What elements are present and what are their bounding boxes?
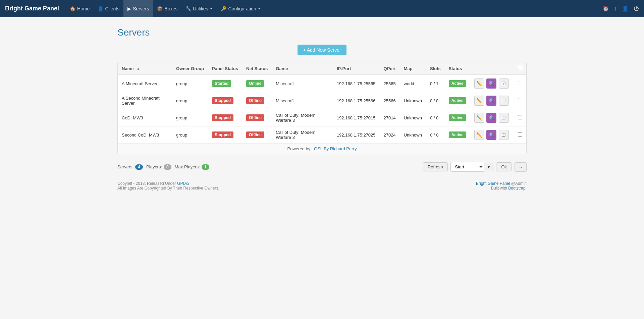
footer-actions: Refresh Start Stop Restart Delete ▼ Ok → <box>423 162 527 172</box>
edit-button[interactable]: ✏️ <box>474 78 484 89</box>
cell-ip-port: 192.168.1.75:25565 <box>333 75 380 92</box>
action-select-wrapper: Start Stop Restart Delete ▼ <box>450 162 493 172</box>
footer-bar: Servers: 4 Players: 0 Max Players: 1 Ref… <box>117 159 527 174</box>
net-status-badge: Offline <box>246 114 264 121</box>
nav-items: 🏠 Home 👤 Clients ▶ Servers 📦 Boxes 🔧 Uti… <box>66 0 602 17</box>
powered-by: Powered by LGSL By Richard Perry <box>118 143 526 154</box>
cell-checkbox <box>514 92 526 109</box>
view-button[interactable]: 🔍 <box>486 113 496 123</box>
col-select-all <box>514 62 526 75</box>
cell-qport: 27024 <box>380 126 400 144</box>
upload-icon[interactable]: ↑ <box>614 6 617 12</box>
cell-map: Unknown <box>400 109 426 126</box>
cell-owner-group: group <box>172 75 208 92</box>
row-checkbox[interactable] <box>518 81 522 85</box>
delete-button[interactable]: ☐ <box>499 130 509 140</box>
page-title: Servers <box>117 27 527 38</box>
action-select[interactable]: Start Stop Restart Delete <box>450 162 484 172</box>
status-badge: Active <box>449 114 466 121</box>
delete-button[interactable]: ☐ <box>499 96 509 106</box>
table-row: Second CoD: MW3 group Stopped Offline Ca… <box>118 126 526 144</box>
cell-ip-port: 192.168.1.75:25566 <box>333 92 380 109</box>
power-icon[interactable]: ⏻ <box>634 6 639 12</box>
cell-status: Active <box>445 75 470 92</box>
delete-button[interactable]: ☐ <box>499 113 509 123</box>
row-checkbox[interactable] <box>518 132 522 137</box>
cell-net-status: Offline <box>242 92 272 109</box>
add-server-wrapper: + Add New Server <box>117 45 527 55</box>
cell-name: A Second Minecraft Server <box>118 92 172 109</box>
cell-status: Active <box>445 126 470 144</box>
cell-status: Active <box>445 109 470 126</box>
cell-actions: ✏️ 🔍 ☐ <box>470 126 514 144</box>
cell-panel-status: Started <box>208 75 242 92</box>
home-icon: 🏠 <box>70 6 75 11</box>
nav-utilities[interactable]: 🔧 Utilities ▼ <box>181 0 217 17</box>
bootstrap-link[interactable]: Bootstrap. <box>508 186 527 191</box>
utilities-dropdown-icon: ▼ <box>209 7 213 10</box>
view-button[interactable]: 🔍 <box>486 96 496 106</box>
edit-button[interactable]: ✏️ <box>474 96 484 106</box>
table-row: CoD: MW3 group Stopped Offline Call of D… <box>118 109 526 126</box>
configuration-dropdown-icon: ▼ <box>258 7 261 10</box>
cell-slots: 0 / 0 <box>426 109 445 126</box>
view-button[interactable]: 🔍 <box>486 78 496 89</box>
panel-status-badge: Stopped <box>212 131 233 138</box>
cell-name: Second CoD: MW3 <box>118 126 172 144</box>
refresh-button[interactable]: Refresh <box>423 162 448 171</box>
panel-status-badge: Started <box>212 80 231 87</box>
lgsl-link[interactable]: LGSL By Richard Perry <box>312 146 357 151</box>
page-footer: Copyleft - 2013. Released Under GPLv3. A… <box>117 181 527 191</box>
configuration-icon: 🔑 <box>221 6 226 11</box>
col-status: Status <box>445 62 470 75</box>
col-panel-status: Panel Status <box>208 62 242 75</box>
net-status-badge: Online <box>246 80 264 87</box>
edit-button[interactable]: ✏️ <box>474 130 484 140</box>
cell-name: A Minecraft Server <box>118 75 172 92</box>
cell-slots: 0 / 0 <box>426 126 445 144</box>
cell-panel-status: Stopped <box>208 126 242 144</box>
nav-boxes[interactable]: 📦 Boxes <box>153 0 181 17</box>
max-players-count: 1 <box>202 164 209 170</box>
check-button[interactable]: ☑ <box>499 78 509 89</box>
add-server-button[interactable]: + Add New Server <box>298 45 346 55</box>
built-with-line: Built with Bootstrap. <box>476 186 527 191</box>
cell-qport: 27014 <box>380 109 400 126</box>
cell-qport: 25565 <box>380 75 400 92</box>
cell-game: Call of Duty: Modern Warfare 3 <box>272 126 333 144</box>
action-arrow-button[interactable]: → <box>515 162 527 172</box>
footer-right: Bright Game Panel @Admin Built with Boot… <box>476 181 527 191</box>
table-header: Name ▲ Owner Group Panel Status Net Stat… <box>118 62 526 75</box>
brand[interactable]: Bright Game Panel <box>5 5 59 12</box>
table-row: A Minecraft Server group Started Online … <box>118 75 526 92</box>
col-owner-group: Owner Group <box>172 62 208 75</box>
cell-game: Minecraft <box>272 92 333 109</box>
ok-button[interactable]: Ok <box>496 162 512 171</box>
row-checkbox[interactable] <box>518 98 522 102</box>
brand-footer-link[interactable]: Bright Game Panel <box>476 181 510 186</box>
servers-icon: ▶ <box>127 6 131 11</box>
servers-stat: Servers: 4 <box>117 164 143 170</box>
gpl-link[interactable]: GPLv3. <box>177 181 191 186</box>
row-checkbox[interactable] <box>518 115 522 119</box>
view-button[interactable]: 🔍 <box>486 130 496 140</box>
edit-button[interactable]: ✏️ <box>474 113 484 123</box>
clock-icon[interactable]: ⏰ <box>602 5 609 12</box>
cell-owner-group: group <box>172 126 208 144</box>
net-status-badge: Offline <box>246 97 264 104</box>
cell-status: Active <box>445 92 470 109</box>
nav-clients[interactable]: 👤 Clients <box>94 0 123 17</box>
select-all-checkbox[interactable] <box>518 66 522 70</box>
cell-checkbox <box>514 75 526 92</box>
nav-home[interactable]: 🏠 Home <box>66 0 94 17</box>
boxes-icon: 📦 <box>157 6 163 11</box>
nav-servers[interactable]: ▶ Servers <box>123 0 153 17</box>
nav-configuration[interactable]: 🔑 Configuration ▼ <box>217 0 265 17</box>
cell-game: Minecraft <box>272 75 333 92</box>
cell-qport: 25566 <box>380 92 400 109</box>
col-name[interactable]: Name ▲ <box>118 62 172 75</box>
col-map: Map <box>400 62 426 75</box>
servers-table: Name ▲ Owner Group Panel Status Net Stat… <box>118 62 526 143</box>
action-select-dropdown-icon[interactable]: ▼ <box>484 163 493 171</box>
user-icon[interactable]: 👤 <box>622 5 629 12</box>
